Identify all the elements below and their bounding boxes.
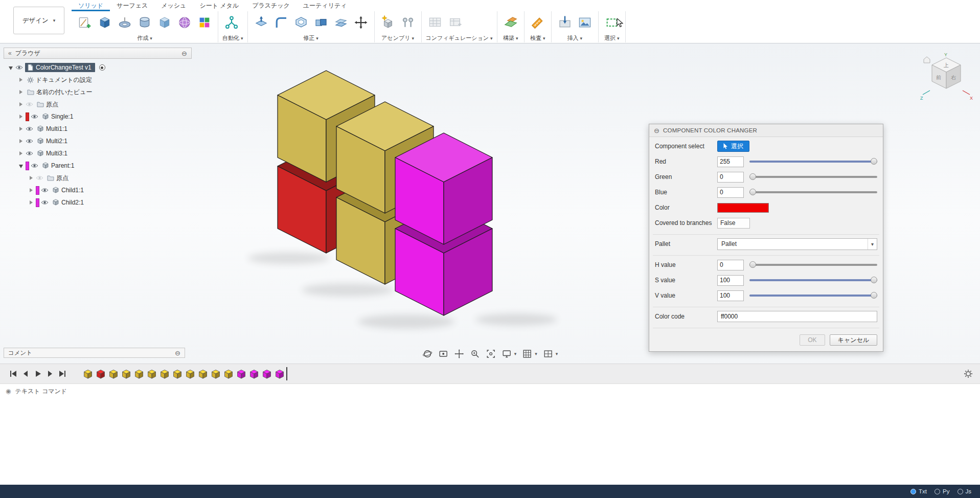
green-input[interactable] bbox=[717, 172, 744, 183]
expand-arrow-icon[interactable] bbox=[18, 138, 25, 145]
timeline-position-marker[interactable] bbox=[286, 367, 287, 380]
timeline-feature-7[interactable] bbox=[159, 368, 170, 380]
display-settings-icon[interactable]: ▾ bbox=[501, 348, 517, 359]
s-slider[interactable] bbox=[749, 276, 877, 284]
zoom-icon[interactable] bbox=[469, 348, 481, 359]
v-slider[interactable] bbox=[749, 291, 877, 300]
blue-input[interactable] bbox=[717, 187, 744, 198]
expand-arrow-icon[interactable] bbox=[28, 175, 35, 182]
combine-icon[interactable] bbox=[312, 13, 330, 32]
select-window-icon[interactable] bbox=[603, 13, 621, 32]
group-label-select[interactable]: 選択▾ bbox=[603, 34, 621, 42]
group-label-automate[interactable]: 自動化▾ bbox=[222, 34, 243, 42]
tab-plastic[interactable]: プラスチック bbox=[245, 1, 297, 11]
browser-item--[interactable]: ドキュメントの設定 bbox=[4, 74, 192, 86]
revolve-icon[interactable] bbox=[116, 13, 134, 32]
group-label-modify[interactable]: 修正▾ bbox=[252, 34, 370, 42]
timeline-step-forward-button[interactable] bbox=[44, 368, 56, 380]
sphere-primitive-icon[interactable] bbox=[175, 13, 194, 32]
group-label-create[interactable]: 作成▾ bbox=[76, 34, 214, 42]
orbit-icon[interactable] bbox=[422, 348, 433, 359]
timeline-play-button[interactable] bbox=[32, 368, 44, 380]
construct-plane-icon[interactable] bbox=[502, 13, 520, 32]
grid-display-icon[interactable]: ▾ bbox=[521, 348, 538, 359]
timeline-feature-6[interactable] bbox=[147, 368, 157, 380]
text-commands-header[interactable]: ◉ テキスト コマンド bbox=[0, 384, 980, 398]
expand-arrow-icon[interactable] bbox=[18, 126, 25, 132]
browser-item-colorchangetest-v1[interactable]: ColorChangeTest v1 bbox=[4, 61, 192, 74]
h-slider[interactable] bbox=[749, 261, 877, 269]
group-label-insert[interactable]: 挿入▾ bbox=[556, 34, 594, 42]
browser-item--[interactable]: 原点 bbox=[4, 98, 192, 110]
group-label-configure[interactable]: コンフィギュレーション▾ bbox=[426, 34, 493, 42]
group-label-construct[interactable]: 構築▾ bbox=[502, 34, 520, 42]
red-slider[interactable] bbox=[749, 157, 877, 166]
text-commands-output[interactable] bbox=[0, 398, 980, 485]
timeline-step-back-button[interactable] bbox=[19, 368, 32, 380]
visibility-eye-icon[interactable] bbox=[26, 151, 33, 156]
browser-item-multi1-1[interactable]: Multi1:1 bbox=[4, 123, 192, 135]
mode-js[interactable]: Js bbox=[958, 488, 972, 494]
h-value-input[interactable] bbox=[717, 260, 744, 270]
group-label-assemble[interactable]: アセンブリ▾ bbox=[379, 34, 417, 42]
collapse-icon[interactable]: ⊖ bbox=[175, 350, 180, 356]
timeline-feature-2[interactable] bbox=[96, 368, 106, 380]
tab-sheet-metal[interactable]: シート メタル bbox=[193, 1, 245, 11]
v-value-input[interactable] bbox=[717, 290, 744, 301]
expand-arrow-icon[interactable] bbox=[18, 150, 25, 157]
blue-slider-handle[interactable] bbox=[749, 189, 756, 195]
pallet-dropdown[interactable]: Pallet ▾ bbox=[717, 238, 877, 250]
group-label-inspect[interactable]: 検査▾ bbox=[529, 34, 547, 42]
view-cube[interactable]: 上 前 右 X Z Y bbox=[920, 52, 973, 103]
viewport-canvas[interactable]: « ブラウザ ⊖ ColorChangeTest v1ドキュメントの設定名前の付… bbox=[0, 43, 980, 364]
timeline-feature-14[interactable] bbox=[249, 368, 259, 380]
mode-py[interactable]: Py bbox=[935, 488, 949, 494]
browser-item-multi3-1[interactable]: Multi3:1 bbox=[4, 147, 192, 160]
browser-item-multi2-1[interactable]: Multi2:1 bbox=[4, 135, 192, 147]
timeline-settings-gear-icon[interactable] bbox=[964, 369, 973, 378]
s-slider-handle[interactable] bbox=[871, 277, 877, 283]
visibility-eye-icon[interactable] bbox=[31, 163, 38, 168]
browser-item-single-1[interactable]: Single:1 bbox=[4, 110, 192, 123]
visibility-eye-icon[interactable] bbox=[15, 65, 23, 70]
viewport-layout-icon[interactable]: ▾ bbox=[542, 348, 559, 359]
timeline-feature-8[interactable] bbox=[172, 368, 183, 380]
create-sketch-icon[interactable] bbox=[76, 13, 94, 32]
extrude-icon[interactable] bbox=[96, 13, 114, 32]
visibility-eye-icon[interactable] bbox=[41, 188, 49, 193]
h-slider-handle[interactable] bbox=[749, 261, 756, 268]
tab-surface[interactable]: サーフェス bbox=[110, 1, 154, 11]
timeline-feature-10[interactable] bbox=[198, 368, 208, 380]
expand-arrow-icon[interactable] bbox=[28, 199, 35, 206]
collapse-arrow-icon[interactable] bbox=[18, 163, 25, 169]
browser-item-parent-1[interactable]: Parent:1 bbox=[4, 160, 192, 172]
comments-panel[interactable]: コメント ⊖ bbox=[4, 348, 185, 358]
dock-icon[interactable]: « bbox=[8, 50, 12, 57]
browser-header[interactable]: « ブラウザ ⊖ bbox=[4, 48, 192, 59]
configuration-insert-icon[interactable] bbox=[446, 13, 464, 32]
color-code-input[interactable] bbox=[717, 311, 877, 322]
offset-face-icon[interactable] bbox=[332, 13, 350, 32]
covered-value[interactable]: False bbox=[717, 218, 750, 229]
timeline-feature-11[interactable] bbox=[211, 368, 221, 380]
tab-utilities[interactable]: ユーティリティ bbox=[297, 1, 354, 11]
timeline-feature-4[interactable] bbox=[121, 368, 131, 380]
browser-item--[interactable]: 名前の付いたビュー bbox=[4, 86, 192, 98]
ok-button[interactable]: OK bbox=[800, 334, 825, 346]
configuration-table-icon[interactable] bbox=[426, 13, 444, 32]
cylinder-primitive-icon[interactable] bbox=[135, 13, 154, 32]
timeline-feature-15[interactable] bbox=[262, 368, 272, 380]
pattern-appearance-icon[interactable] bbox=[195, 13, 214, 32]
v-slider-handle[interactable] bbox=[871, 292, 877, 299]
move-copy-icon[interactable] bbox=[352, 13, 370, 32]
red-slider-handle[interactable] bbox=[871, 158, 877, 165]
blue-slider[interactable] bbox=[749, 188, 877, 196]
visibility-eye-icon[interactable] bbox=[41, 200, 49, 205]
tab-mesh[interactable]: メッシュ bbox=[154, 1, 193, 11]
pan-icon[interactable] bbox=[453, 348, 465, 359]
measure-icon[interactable] bbox=[529, 13, 547, 32]
visibility-eye-icon[interactable] bbox=[31, 114, 38, 119]
new-component-icon[interactable] bbox=[379, 13, 397, 32]
s-value-input[interactable] bbox=[717, 275, 744, 286]
visibility-eye-icon[interactable] bbox=[26, 126, 33, 131]
